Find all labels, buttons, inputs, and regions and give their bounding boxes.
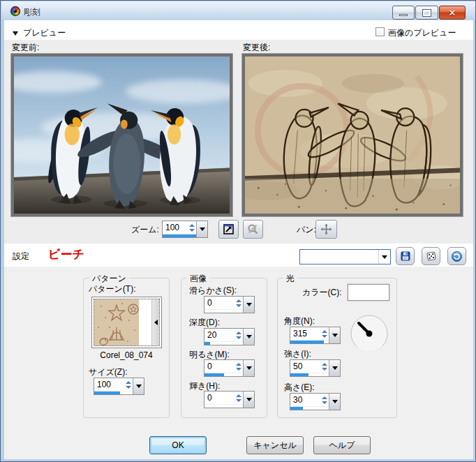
- brightness-spinner[interactable]: 0: [204, 359, 255, 377]
- image-group-legend: 画像: [187, 273, 209, 285]
- zoom-lock-button[interactable]: [243, 220, 263, 239]
- dice-randomize-icon: [426, 251, 437, 262]
- depth-value[interactable]: 20: [204, 330, 234, 340]
- before-label: 変更前:: [12, 42, 39, 54]
- smoothness-slider-track[interactable]: [204, 309, 243, 313]
- reset-button[interactable]: [447, 247, 466, 265]
- zoom-dropdown-button[interactable]: [196, 221, 207, 237]
- app-aperture-icon: [10, 6, 21, 17]
- zoom-spinner[interactable]: 100: [162, 221, 208, 238]
- preset-combobox[interactable]: [299, 249, 391, 264]
- color-label: カラー(C):: [302, 287, 342, 299]
- image-preview-checkbox[interactable]: [375, 27, 385, 36]
- close-x-icon: ✕: [449, 8, 456, 17]
- light-group-legend: 光: [283, 273, 297, 285]
- before-preview-image[interactable]: [10, 53, 233, 217]
- left-arrow-icon: [154, 320, 158, 325]
- minimize-button[interactable]: [392, 6, 415, 20]
- angle-value[interactable]: 315: [290, 329, 320, 338]
- preview-expander[interactable]: プレビュー: [13, 27, 66, 39]
- brightness-spin-arrows[interactable]: [234, 363, 243, 371]
- angle-slider-track[interactable]: [290, 340, 329, 343]
- preset-combobox-value[interactable]: [300, 250, 378, 264]
- magnifier-disabled-icon: [247, 223, 259, 235]
- depth-label: 深度(D):: [189, 317, 220, 329]
- strength-spin-arrows[interactable]: [320, 363, 329, 371]
- luminance-slider-track[interactable]: [204, 404, 243, 408]
- smoothness-dropdown-button[interactable]: [243, 297, 254, 313]
- down-arrow-icon: [332, 334, 338, 337]
- angle-dial[interactable]: [350, 314, 389, 353]
- after-preview-image[interactable]: [241, 53, 463, 217]
- luminance-value[interactable]: 0: [204, 393, 234, 403]
- angle-spinner[interactable]: 315: [290, 327, 341, 344]
- zoom-spin-arrows[interactable]: [187, 224, 196, 232]
- size-spinner[interactable]: 100: [94, 378, 144, 395]
- size-value[interactable]: 100: [94, 380, 124, 389]
- brightness-slider-track[interactable]: [204, 373, 243, 376]
- depth-dropdown-button[interactable]: [243, 329, 254, 345]
- help-button[interactable]: ヘルプ: [313, 436, 371, 454]
- size-spin-arrows[interactable]: [124, 381, 133, 389]
- save-preset-button[interactable]: [396, 247, 415, 265]
- height-dropdown-button[interactable]: [329, 394, 340, 410]
- strength-slider-track[interactable]: [290, 373, 329, 376]
- angle-dropdown-button[interactable]: [329, 327, 340, 343]
- smoothness-spin-arrows[interactable]: [234, 299, 243, 307]
- down-arrow-icon: [246, 366, 252, 370]
- pattern-picker[interactable]: [91, 297, 162, 348]
- down-arrow-icon: [332, 400, 338, 403]
- zoom-slider-track[interactable]: [163, 234, 196, 237]
- maximize-button[interactable]: [415, 6, 438, 20]
- size-dropdown-button[interactable]: [133, 378, 144, 394]
- reset-arrow-icon: [451, 251, 463, 262]
- zoom-value[interactable]: 100: [163, 223, 187, 232]
- smoothness-value[interactable]: 0: [204, 298, 234, 308]
- strength-spinner[interactable]: 50: [290, 359, 341, 377]
- strength-label: 強さ(I):: [284, 348, 311, 360]
- image-preview-checkbox-label[interactable]: 画像のプレビュー: [388, 27, 456, 39]
- preview-expander-label: プレビュー: [23, 27, 66, 39]
- height-spin-arrows[interactable]: [320, 396, 329, 404]
- depth-spinner[interactable]: 20: [204, 328, 255, 345]
- luminance-dropdown-button[interactable]: [243, 392, 254, 408]
- fit-to-window-icon: [223, 223, 235, 235]
- down-arrow-icon: [332, 366, 338, 370]
- smoothness-spinner[interactable]: 0: [204, 296, 255, 313]
- ok-button[interactable]: OK: [149, 436, 207, 454]
- randomize-button[interactable]: [422, 247, 440, 265]
- height-slider-track[interactable]: [290, 406, 329, 410]
- down-arrow-icon: [382, 255, 387, 259]
- close-button[interactable]: ✕: [439, 6, 466, 20]
- height-label: 高さ(E):: [284, 382, 315, 394]
- depth-spin-arrows[interactable]: [234, 331, 243, 339]
- light-color-swatch[interactable]: [348, 284, 389, 301]
- maximize-icon: [423, 10, 431, 16]
- fit-to-window-button[interactable]: [218, 220, 239, 239]
- brightness-value[interactable]: 0: [204, 362, 234, 371]
- down-arrow-icon: [246, 335, 252, 338]
- pattern-swatch: [94, 299, 139, 345]
- cancel-button[interactable]: キャンセル: [246, 436, 304, 454]
- strength-dropdown-button[interactable]: [329, 360, 340, 376]
- down-arrow-icon: [246, 398, 252, 401]
- down-arrow-icon: [200, 228, 205, 231]
- pattern-dropdown-arrow[interactable]: [151, 299, 159, 345]
- minimize-icon: [399, 14, 408, 16]
- height-spinner[interactable]: 30: [290, 393, 341, 410]
- size-label: サイズ(Z):: [89, 366, 128, 378]
- pattern-label: パターン(T):: [89, 283, 136, 295]
- luminance-spinner[interactable]: 0: [204, 391, 255, 408]
- preset-combobox-arrow[interactable]: [378, 250, 390, 264]
- depth-slider-track[interactable]: [204, 341, 243, 345]
- pan-move-icon: [320, 223, 332, 235]
- zoom-label: ズーム:: [131, 224, 159, 236]
- luminance-spin-arrows[interactable]: [234, 394, 243, 402]
- dialog-window: 彫刻 ✕ プレビュー 画像のプレビュー 変更前: 変更後:: [0, 0, 476, 462]
- height-value[interactable]: 30: [290, 395, 320, 405]
- size-slider-track[interactable]: [94, 391, 133, 394]
- brightness-dropdown-button[interactable]: [243, 360, 254, 376]
- pan-button[interactable]: [315, 220, 337, 239]
- angle-spin-arrows[interactable]: [320, 330, 329, 338]
- strength-value[interactable]: 50: [290, 362, 320, 371]
